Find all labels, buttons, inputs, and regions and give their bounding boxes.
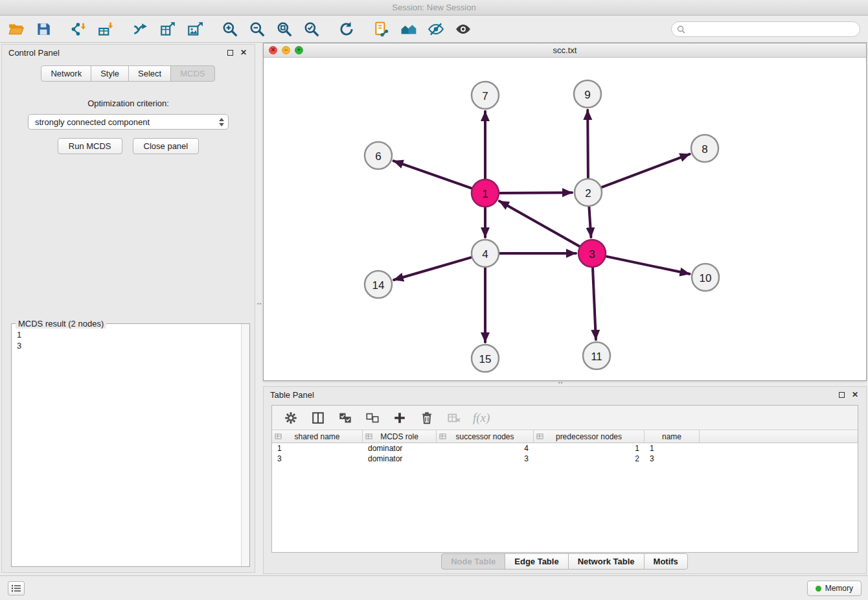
float-table-panel-button[interactable]: [837, 390, 846, 399]
table-settings-button[interactable]: [282, 410, 299, 426]
show-graphics-details-button[interactable]: [452, 18, 474, 40]
import-table-button[interactable]: [95, 18, 117, 40]
search-input[interactable]: [689, 25, 854, 34]
dropdown-stepper-icon: [218, 117, 225, 128]
edge-3-11[interactable]: [593, 268, 596, 340]
node-1[interactable]: 1: [472, 179, 499, 207]
panel-menu-button[interactable]: [8, 581, 25, 595]
close-panel-button[interactable]: ✕: [239, 48, 248, 57]
memory-button[interactable]: Memory: [807, 581, 862, 596]
node-15[interactable]: 15: [472, 345, 499, 372]
column-header-predecessor-nodes[interactable]: predecessor nodes: [534, 430, 645, 443]
column-header-mcds-role[interactable]: MCDS role: [363, 430, 437, 443]
deselect-all-rows-button[interactable]: [364, 410, 381, 426]
node-3[interactable]: 3: [578, 240, 606, 267]
column-header-successor-nodes[interactable]: successor nodes: [437, 430, 534, 443]
table-row[interactable]: 1 dominator 4 1 1: [272, 443, 858, 454]
node-11[interactable]: 11: [583, 342, 610, 369]
edges-layer: [394, 110, 690, 342]
node-7[interactable]: 7: [472, 82, 499, 109]
cell-name[interactable]: 1: [645, 443, 700, 454]
open-session-button[interactable]: [5, 18, 27, 40]
cell-successor-nodes[interactable]: 3: [437, 454, 534, 464]
tab-node-table[interactable]: Node Table: [441, 553, 505, 570]
table-toolbar: f(x): [272, 406, 858, 430]
export-image-button[interactable]: [184, 18, 206, 40]
node-6[interactable]: 6: [365, 142, 392, 169]
edge-2-9[interactable]: [588, 110, 588, 178]
edge-2-3[interactable]: [589, 207, 591, 237]
close-table-panel-button[interactable]: ✕: [851, 390, 860, 399]
table-row[interactable]: 3 dominator 3 2 3: [272, 454, 858, 464]
memory-status-icon: [816, 586, 821, 592]
node-4[interactable]: 4: [472, 240, 499, 267]
node-9[interactable]: 9: [574, 80, 601, 108]
cell-predecessor-nodes[interactable]: 2: [534, 454, 645, 464]
import-network-button[interactable]: [67, 18, 89, 40]
close-window-button[interactable]: ✕: [269, 46, 277, 54]
tab-style[interactable]: Style: [91, 65, 129, 82]
zoom-out-button[interactable]: [246, 18, 268, 40]
cell-successor-nodes[interactable]: 4: [437, 443, 534, 454]
network-canvas-area[interactable]: 7968124314101511: [264, 58, 866, 380]
zoom-fit-button[interactable]: [273, 18, 295, 40]
run-mcds-button[interactable]: Run MCDS: [58, 138, 122, 154]
criterion-dropdown[interactable]: strongly connected component: [28, 114, 229, 130]
eye-slash-icon: [428, 21, 444, 38]
minimize-window-button[interactable]: −: [282, 46, 290, 54]
horizontal-splitter[interactable]: ▪▪: [263, 382, 867, 386]
edge-3-10[interactable]: [606, 257, 690, 274]
optimization-criterion-label: Optimization criterion:: [2, 98, 255, 108]
float-icon: [227, 50, 233, 56]
refresh-layout-button[interactable]: [336, 18, 358, 40]
edge-2-8[interactable]: [602, 154, 690, 187]
edge-1-6[interactable]: [394, 161, 472, 188]
vertical-splitter[interactable]: ▪▪: [257, 43, 262, 574]
status-bar: Memory: [0, 575, 868, 600]
cell-mcds-role[interactable]: dominator: [363, 443, 437, 454]
function-builder-button[interactable]: f(x): [473, 411, 490, 425]
zoom-selected-button[interactable]: [301, 18, 323, 40]
hide-graphics-details-button[interactable]: [425, 18, 447, 40]
node-2[interactable]: 2: [575, 179, 602, 206]
tab-network-table[interactable]: Network Table: [568, 553, 645, 570]
network-overview-button[interactable]: [398, 18, 420, 40]
cell-mcds-role[interactable]: dominator: [363, 454, 437, 464]
result-scrollbar[interactable]: [241, 324, 249, 566]
maximize-window-button[interactable]: +: [295, 46, 303, 54]
network-graph[interactable]: 7968124314101511: [264, 58, 866, 380]
export-table-button[interactable]: [157, 18, 179, 40]
edge-3-1[interactable]: [499, 201, 580, 246]
column-header-name[interactable]: name: [645, 430, 700, 443]
float-panel-button[interactable]: [225, 48, 234, 57]
tab-edge-table[interactable]: Edge Table: [505, 553, 568, 570]
close-panel-action-button[interactable]: Close panel: [133, 138, 200, 154]
node-14[interactable]: 14: [365, 271, 392, 298]
new-network-from-selection-button[interactable]: [371, 18, 393, 40]
tab-mcds[interactable]: MCDS: [170, 65, 214, 82]
export-network-button[interactable]: [130, 18, 152, 40]
edge-1-2[interactable]: [499, 192, 572, 193]
cell-predecessor-nodes[interactable]: 1: [534, 443, 645, 454]
node-10[interactable]: 10: [692, 264, 719, 291]
tab-motifs[interactable]: Motifs: [644, 553, 688, 570]
zoom-in-button[interactable]: [219, 18, 241, 40]
node-label: 4: [482, 248, 488, 260]
show-columns-button[interactable]: [310, 410, 326, 426]
cell-shared-name[interactable]: 1: [272, 443, 363, 454]
control-panel-header: Control Panel ✕: [2, 45, 255, 60]
save-session-button[interactable]: [32, 18, 54, 40]
edge-4-14[interactable]: [394, 257, 472, 280]
node-8[interactable]: 8: [691, 135, 718, 162]
tab-select[interactable]: Select: [128, 65, 171, 82]
column-header-shared-name[interactable]: shared name: [272, 430, 363, 443]
create-column-button[interactable]: [391, 410, 408, 426]
tab-network[interactable]: Network: [41, 65, 91, 82]
cell-shared-name[interactable]: 3: [272, 454, 363, 464]
cell-name[interactable]: 3: [645, 454, 700, 464]
app-titlebar: Session: New Session: [0, 0, 868, 16]
select-all-rows-button[interactable]: [337, 410, 354, 426]
delete-table-button[interactable]: [446, 410, 463, 426]
list-icon: [11, 584, 21, 592]
delete-column-button[interactable]: [418, 410, 435, 426]
